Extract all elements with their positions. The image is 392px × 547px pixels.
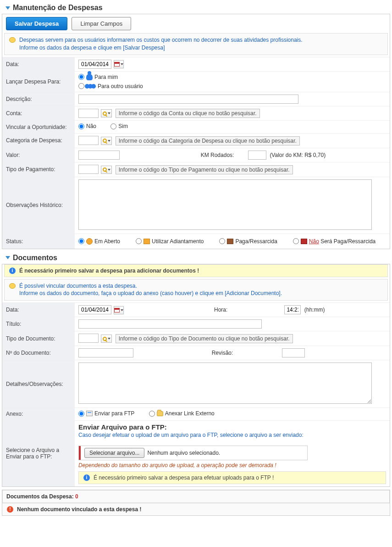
doc-hora-hint: (hh:mm)	[304, 307, 325, 313]
radio-vincular-nao[interactable]: Não	[78, 123, 96, 129]
expenses-info-line1: Despesas servem para os usuários informa…	[19, 36, 303, 44]
ftp-upload-warn: Dependendo do tamanho do arquivo de uplo…	[78, 462, 386, 469]
documents-info-line1: É possível vincular documentos a esta de…	[19, 282, 282, 290]
collapse-icon	[6, 6, 10, 10]
search-icon	[103, 139, 107, 143]
documents-info-line2: Informe os dados do documento, faça o up…	[19, 290, 282, 297]
label-anexo: Anexo:	[2, 408, 75, 421]
status-nao-paga[interactable]: Não Será Paga/Ressarcida	[293, 238, 375, 245]
clear-button[interactable]: Limpar Campos	[72, 17, 131, 30]
ftp-need-save-box: i É necessário primeiro salvar a despesa…	[78, 471, 386, 484]
expenses-section-header: Manutenção de Despesas	[2, 2, 390, 14]
save-button[interactable]: Salvar Despesa	[6, 17, 67, 30]
tipopag-code-input[interactable]	[78, 165, 99, 174]
km-hint: (Valor do KM: R$ 0,70)	[270, 152, 326, 158]
categoria-code-input[interactable]	[78, 136, 99, 145]
chevron-down-icon	[108, 140, 110, 142]
radio-para-mim[interactable]: Para mim	[78, 74, 118, 80]
tipodoc-code-input[interactable]	[78, 334, 99, 343]
status-adiantamento[interactable]: Utilizar Adiantamento	[136, 238, 204, 245]
label-conta: Conta:	[2, 106, 75, 121]
documents-save-warning: i É necessário primeiro salvar a despesa…	[4, 264, 388, 277]
status-wont-pay-icon	[301, 239, 307, 244]
folder-icon	[157, 411, 163, 416]
tipodoc-search-button[interactable]	[101, 335, 112, 343]
expenses-panel: Salvar Despesa Limpar Campos Despesas se…	[2, 14, 390, 249]
expenses-info-box: Despesas servem para os usuários informa…	[4, 33, 388, 55]
label-categoria: Categoria de Despesa:	[2, 133, 75, 148]
tipopag-search-button[interactable]	[101, 166, 112, 174]
valor-input[interactable]	[78, 151, 120, 160]
user-icon	[86, 74, 93, 80]
doc-count-value: 0	[75, 493, 78, 500]
doc-list-empty-text: Nenhum documento vinculado a esta despes…	[17, 506, 141, 513]
label-doc-titulo: Título:	[2, 317, 75, 331]
chevron-down-icon	[108, 338, 110, 340]
doc-count-label: Documentos da Despesa:	[6, 493, 75, 500]
radio-anexo-ftp[interactable]: Enviar para FTP	[78, 410, 134, 417]
revisao-input[interactable]	[282, 348, 305, 357]
radio-outro-usuario[interactable]: Para outro usuário	[78, 83, 143, 89]
data-input[interactable]	[78, 60, 111, 69]
calendar-icon	[114, 308, 120, 313]
obs-textarea[interactable]	[78, 179, 372, 230]
label-doc-data: Data:	[2, 303, 75, 317]
search-icon	[103, 167, 107, 172]
radio-anexo-link[interactable]: Anexar Link Externo	[149, 410, 215, 417]
label-doc-hora: Hora:	[214, 307, 283, 313]
categoria-hint: Informe o código da Categoria de Despesa…	[116, 136, 300, 145]
label-km: KM Rodados:	[201, 152, 247, 158]
label-tipodoc: Tipo de Documento:	[2, 331, 75, 346]
chevron-down-icon	[121, 63, 123, 65]
doc-titulo-input[interactable]	[78, 319, 262, 329]
file-chooser-row: Selecionar arquivo... Nenhum arquivo sel…	[78, 446, 308, 460]
file-none-label: Nenhum arquivo selecionado.	[147, 450, 220, 456]
documents-title: Documentos	[13, 254, 57, 262]
label-obs: Observações Histórico:	[2, 177, 75, 234]
doc-calendar-button[interactable]	[114, 306, 124, 314]
label-tipopag: Tipo de Pagamento:	[2, 162, 75, 177]
calendar-button[interactable]	[114, 60, 124, 68]
categoria-search-button[interactable]	[101, 137, 112, 145]
bubble-icon	[9, 283, 16, 289]
label-valor: Valor:	[2, 148, 75, 162]
radio-vincular-sim[interactable]: Sim	[110, 123, 128, 129]
doc-count-bar: Documentos da Despesa: 0	[2, 490, 390, 503]
documents-warn-text: É necessário primeiro salvar a despesa p…	[19, 268, 199, 274]
lancar-opt2-label: Para outro usuário	[98, 83, 143, 89]
chevron-down-icon	[108, 169, 110, 171]
doc-hora-input[interactable]	[284, 305, 301, 314]
label-vincular: Vincular a Oportunidade:	[2, 121, 75, 134]
label-status: Status:	[2, 234, 75, 249]
select-file-button[interactable]: Selecionar arquivo...	[84, 448, 144, 458]
documents-panel: i É necessário primeiro salvar a despesa…	[2, 264, 390, 487]
label-detalhes: Detalhes/Observações:	[2, 360, 75, 408]
ftp-need-save-text: É necessário primeiro salvar a despesa p…	[94, 474, 274, 481]
users-icon	[86, 84, 96, 89]
status-paga[interactable]: Paga/Ressarcida	[219, 238, 277, 245]
descricao-input[interactable]	[78, 95, 298, 104]
detalhes-textarea[interactable]	[78, 363, 372, 404]
status-em-aberto[interactable]: Em Aberto	[78, 238, 120, 245]
bubble-icon	[9, 37, 16, 43]
status-advance-icon	[144, 239, 150, 244]
lancar-opt1-label: Para mim	[94, 74, 118, 80]
tipopag-hint: Informe o código do Tipo de Pagamento ou…	[116, 165, 293, 174]
conta-search-button[interactable]	[101, 109, 112, 117]
calendar-icon	[114, 62, 120, 67]
conta-code-input[interactable]	[78, 109, 99, 118]
info-icon: i	[83, 474, 90, 481]
numdoc-input[interactable]	[78, 348, 133, 357]
doc-data-input[interactable]	[78, 305, 111, 314]
km-input[interactable]	[248, 151, 266, 160]
collapse-icon	[6, 256, 10, 259]
tipodoc-hint: Informe o código do Tipo de Documento ou…	[116, 334, 293, 343]
warning-icon: !	[7, 506, 13, 513]
required-strip	[79, 446, 81, 460]
ftp-hint: Caso desejar efetuar o upload de um arqu…	[78, 432, 386, 438]
status-open-icon	[86, 238, 93, 245]
info-icon: i	[9, 268, 16, 274]
conta-hint: Informe o código da Conta ou clique no b…	[116, 109, 260, 118]
search-icon	[103, 337, 107, 341]
ftp-title: Enviar Arquivo para o FTP:	[78, 423, 386, 431]
